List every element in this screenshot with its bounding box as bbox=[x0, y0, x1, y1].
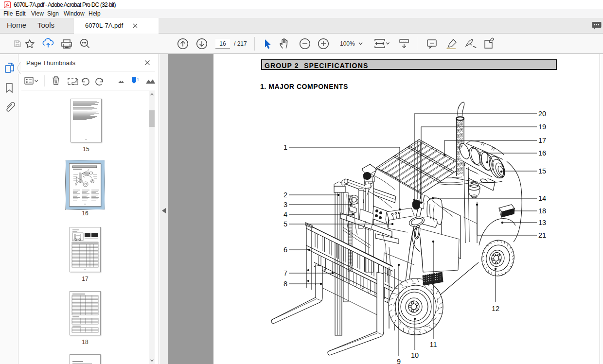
svg-text:14: 14 bbox=[538, 194, 546, 202]
svg-text:100%: 100% bbox=[340, 40, 355, 47]
svg-text:11: 11 bbox=[429, 341, 437, 348]
svg-text:20: 20 bbox=[538, 110, 546, 118]
svg-text:5: 5 bbox=[284, 220, 287, 228]
svg-text:3: 3 bbox=[284, 201, 287, 208]
svg-text:8: 8 bbox=[284, 280, 287, 288]
svg-text:12: 12 bbox=[492, 305, 499, 312]
svg-text:15: 15 bbox=[538, 167, 546, 175]
svg-text:17: 17 bbox=[538, 137, 546, 144]
svg-text:6: 6 bbox=[284, 246, 287, 254]
svg-text:4: 4 bbox=[284, 210, 287, 218]
svg-text:7: 7 bbox=[284, 269, 287, 277]
svg-text:1: 1 bbox=[284, 143, 287, 151]
svg-text:2: 2 bbox=[284, 191, 287, 199]
svg-text:13: 13 bbox=[538, 219, 546, 226]
svg-text:19: 19 bbox=[538, 123, 546, 131]
svg-text:16: 16 bbox=[538, 149, 546, 157]
svg-text:18: 18 bbox=[538, 207, 546, 215]
svg-text:9: 9 bbox=[397, 358, 401, 364]
svg-text:21: 21 bbox=[538, 231, 546, 239]
svg-text:10: 10 bbox=[411, 351, 419, 359]
